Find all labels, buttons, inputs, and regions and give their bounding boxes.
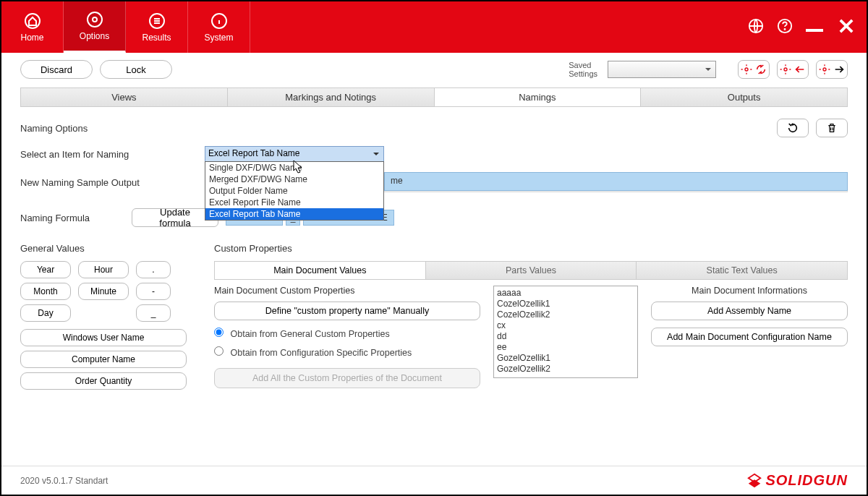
gv-underscore[interactable]: _: [136, 304, 171, 322]
cp-tab-static[interactable]: Static Text Values: [637, 262, 847, 279]
svg-point-7: [784, 29, 785, 30]
tab-views[interactable]: Views: [21, 88, 228, 106]
dropdown-option[interactable]: Excel Report File Name: [205, 197, 383, 208]
gv-order-qty[interactable]: Order Quantity: [20, 372, 187, 390]
list-icon: [148, 12, 166, 30]
svg-point-1: [88, 12, 102, 27]
dropdown-option[interactable]: Output Folder Name: [205, 185, 383, 197]
list-item[interactable]: dd: [497, 331, 634, 342]
custom-properties-panel: Custom Properties Main Document Values P…: [214, 243, 848, 394]
list-item[interactable]: GozelOzellik2: [497, 364, 634, 375]
list-item[interactable]: GozelOzellik1: [497, 353, 634, 364]
cp-tab-parts[interactable]: Parts Values: [426, 262, 637, 279]
gv-minute[interactable]: Minute: [78, 283, 129, 300]
action-toolbar: Discard Lock Saved Settings: [1, 53, 867, 86]
cp-left-header: Main Document Custom Properties: [214, 286, 480, 296]
list-item[interactable]: cx: [497, 320, 634, 331]
general-values-panel: General Values Year Hour . Month Minute …: [20, 243, 201, 394]
gear-icon: [86, 11, 103, 28]
settings-load-button[interactable]: [777, 60, 809, 79]
list-item[interactable]: CozelOzellik1: [497, 299, 634, 309]
delete-button[interactable]: [816, 119, 848, 137]
close-icon[interactable]: [836, 16, 856, 38]
minimize-icon[interactable]: [806, 23, 823, 32]
list-item[interactable]: aaaaa: [497, 288, 634, 299]
radio-config[interactable]: Obtain from Configuration Specific Prope…: [214, 346, 480, 358]
tab-outputs[interactable]: Outputs: [641, 88, 847, 106]
ribbon-tab-system[interactable]: System: [188, 1, 250, 53]
select-item-label: Select an Item for Naming: [20, 149, 205, 160]
footer: 2020 v5.0.1.7 Standart SOLIDGUN: [1, 466, 867, 495]
list-item[interactable]: gz: [497, 375, 634, 378]
item-naming-select[interactable]: Excel Report Tab Name: [205, 146, 384, 162]
add-config-name-button[interactable]: Add Main Document Configuration Name: [651, 328, 848, 346]
lock-button[interactable]: Lock: [100, 60, 172, 79]
sub-tabs: Views Markings and Notings Namings Outpu…: [20, 87, 848, 107]
cp-tab-main[interactable]: Main Document Values: [215, 262, 426, 279]
brand-logo: SOLIDGUN: [746, 472, 848, 489]
dropdown-option[interactable]: Merged DXF/DWG Name: [205, 174, 383, 185]
saved-settings-label: Saved Settings: [569, 61, 597, 78]
version-label: 2020 v5.0.1.7 Standart: [20, 476, 108, 486]
ribbon-tab-results[interactable]: Results: [126, 1, 188, 53]
custom-properties-header: Custom Properties: [214, 243, 848, 254]
dropdown-option-selected[interactable]: Excel Report Tab Name: [205, 208, 383, 220]
list-item[interactable]: ee: [497, 342, 634, 353]
cp-right-header: Main Document Informations: [651, 286, 848, 296]
svg-point-10: [823, 68, 826, 71]
gv-computer-name[interactable]: Computer Name: [20, 351, 187, 368]
ribbon-tab-home[interactable]: Home: [1, 1, 64, 53]
globe-icon[interactable]: [748, 18, 764, 36]
settings-refresh-button[interactable]: [738, 60, 770, 79]
help-icon[interactable]: [777, 18, 793, 36]
gv-month[interactable]: Month: [20, 283, 71, 300]
radio-general[interactable]: Obtain from General Custom Properties: [214, 328, 480, 339]
svg-point-9: [784, 68, 787, 71]
general-values-header: General Values: [20, 243, 201, 254]
home-icon: [24, 12, 41, 30]
dropdown-option[interactable]: Single DXF/DWG Name: [205, 162, 383, 174]
settings-export-button[interactable]: [816, 60, 848, 79]
reset-button[interactable]: [777, 119, 809, 137]
properties-list[interactable]: aaaaa CozelOzellik1 CozelOzellik2 cx dd …: [493, 286, 638, 378]
naming-options-title: Naming Options: [20, 123, 88, 134]
sample-output-chip: me: [384, 172, 848, 191]
add-all-props-button: Add All the Custom Properties of the Doc…: [214, 368, 480, 388]
gv-hour[interactable]: Hour: [78, 261, 129, 278]
naming-formula-label: Naming Formula: [20, 213, 114, 223]
add-assembly-name-button[interactable]: Add Assembly Name: [651, 302, 848, 320]
gv-dash[interactable]: -: [136, 283, 171, 300]
main-ribbon: Home Options Results System: [1, 1, 867, 53]
gv-year[interactable]: Year: [20, 261, 71, 278]
define-manually-button[interactable]: Define "custom property name" Manually: [214, 302, 480, 320]
tab-namings[interactable]: Namings: [435, 88, 642, 106]
gv-day[interactable]: Day: [20, 304, 71, 322]
gv-dot[interactable]: .: [136, 261, 171, 278]
saved-settings-combo[interactable]: [608, 61, 716, 78]
svg-point-8: [745, 68, 748, 71]
svg-point-2: [93, 17, 97, 22]
ribbon-tab-options[interactable]: Options: [64, 1, 126, 53]
tab-markings[interactable]: Markings and Notings: [228, 88, 435, 106]
list-item[interactable]: CozelOzellik2: [497, 309, 634, 320]
info-icon: [210, 12, 228, 30]
item-naming-dropdown[interactable]: Single DXF/DWG Name Merged DXF/DWG Name …: [205, 161, 384, 221]
gv-windows-user[interactable]: Windows User Name: [20, 329, 187, 346]
discard-button[interactable]: Discard: [20, 60, 93, 79]
sample-output-label: New Naming Sample Output: [20, 177, 205, 188]
